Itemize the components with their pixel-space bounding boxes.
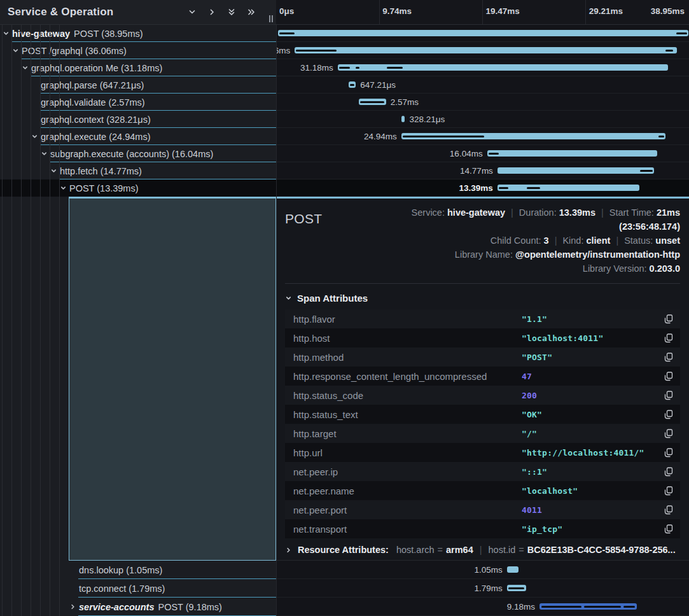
chevron-down-icon[interactable]	[60, 185, 69, 192]
meta-label: Child Count:	[491, 235, 544, 246]
span-row[interactable]: http.fetch (14.77ms)14.77ms	[0, 162, 689, 179]
attribute-value: 4011	[522, 505, 657, 515]
copy-icon[interactable]	[657, 524, 680, 534]
span-row[interactable]: graphql.context (328.21μs)328.21μs	[0, 111, 689, 128]
chevron-down-icon[interactable]	[22, 64, 31, 71]
equals-sign: =	[438, 545, 443, 555]
service-name: hive-gateway	[12, 29, 70, 39]
attribute-key: http.status_code	[285, 390, 522, 401]
timeline-cell: 1.79ms	[276, 579, 689, 598]
meta-separator: |	[555, 235, 557, 246]
double-chevron-down-icon[interactable]	[227, 8, 236, 17]
chevron-right-icon[interactable]	[69, 603, 79, 610]
equals-sign: =	[518, 545, 524, 555]
span-tree-cell: hive-gatewayPOST (38.95ms)	[0, 25, 276, 42]
resource-attributes-toggle[interactable]: Resource Attributes: host.arch=arm64|hos…	[285, 545, 680, 555]
span-meta-line: Library Version: 0.203.0	[361, 262, 680, 276]
service-operation-header: Service & Operation	[0, 0, 276, 25]
attribute-key: http.target	[285, 428, 522, 439]
attribute-row: http.response_content_length_uncompresse…	[285, 367, 680, 386]
bar-tick	[640, 170, 652, 172]
bar-tick	[296, 50, 337, 52]
span-name: dns.lookup (1.05ms)	[79, 565, 162, 575]
copy-icon[interactable]	[657, 372, 680, 381]
span-row[interactable]: subgraph.execute (accounts) (16.04ms)16.…	[0, 145, 689, 162]
bar-tick	[403, 136, 484, 137]
span-row[interactable]: service-accountsPOST (9.18ms)9.18ms	[0, 598, 689, 616]
double-chevron-right-icon[interactable]	[247, 8, 256, 17]
timeline-cell: 9.18ms	[276, 598, 689, 616]
span-bar[interactable]	[498, 185, 639, 191]
span-attributes-section-toggle[interactable]: Span Attributes	[285, 290, 680, 306]
copy-icon[interactable]	[657, 391, 680, 400]
copy-icon[interactable]	[657, 353, 680, 362]
copy-icon[interactable]	[657, 410, 680, 419]
attribute-value: 47	[522, 372, 657, 381]
span-duration-label: 1.79ms	[475, 584, 503, 593]
span-row[interactable]: POST /graphql (36.06ms)36.06ms	[0, 42, 689, 59]
span-bar[interactable]	[498, 167, 654, 174]
span-bar[interactable]	[278, 30, 688, 36]
resource-key: host.arch	[396, 545, 435, 555]
span-tree-cell: subgraph.execute (accounts) (16.04ms)	[0, 145, 276, 162]
span-tree-cell: graphql.context (328.21μs)	[0, 111, 276, 128]
attribute-row: http.target"/"	[285, 424, 680, 443]
chevron-right-icon[interactable]	[207, 8, 216, 17]
span-row[interactable]: graphql.validate (2.57ms)2.57ms	[0, 94, 689, 111]
span-row[interactable]: tcp.connect (1.79ms)1.79ms	[0, 579, 689, 598]
timeline-cell: 328.21μs	[276, 111, 689, 128]
attribute-key: net.peer.ip	[285, 466, 522, 477]
span-row[interactable]: hive-gatewayPOST (38.95ms)38.95ms	[0, 25, 689, 42]
bar-tick	[665, 50, 673, 52]
attribute-key: http.url	[285, 447, 522, 458]
span-bar[interactable]	[507, 566, 518, 573]
span-duration-label: 31.18ms	[300, 63, 333, 73]
span-duration-label: 14.77ms	[460, 166, 493, 176]
span-bar[interactable]	[487, 150, 657, 157]
span-name: hive-gatewayPOST (38.95ms)	[12, 29, 143, 39]
span-row[interactable]: graphql.parse (647.21μs)647.21μs	[0, 76, 689, 94]
copy-icon[interactable]	[657, 314, 680, 324]
attribute-key: http.response_content_length_uncompresse…	[285, 371, 522, 382]
copy-icon[interactable]	[657, 333, 680, 343]
span-row[interactable]: graphql.operation Me (31.18ms)31.18ms	[0, 59, 689, 76]
column-resize-handle[interactable]	[269, 15, 273, 22]
copy-icon[interactable]	[657, 429, 680, 438]
span-bar[interactable]	[401, 116, 405, 122]
panel-divider[interactable]	[276, 0, 277, 616]
chevron-down-icon[interactable]	[50, 167, 60, 174]
timeline-cell: 647.21μs	[276, 76, 689, 94]
copy-icon[interactable]	[657, 448, 680, 458]
ruler-tick: 0μs	[279, 6, 294, 16]
span-duration-label: 36.06ms	[276, 46, 290, 55]
span-name: service-accountsPOST (9.18ms)	[79, 602, 222, 612]
resource-attribute: host.arch=arm64	[396, 545, 473, 555]
span-duration-label: 24.94ms	[364, 132, 397, 141]
copy-icon[interactable]	[657, 486, 680, 496]
timeline-cell: 24.94ms	[276, 128, 689, 145]
attribute-value: "::1"	[522, 467, 657, 477]
bar-tick	[623, 606, 635, 608]
copy-icon[interactable]	[657, 467, 680, 477]
span-row[interactable]: graphql.execute (24.94ms)24.94ms	[0, 128, 689, 145]
chevron-down-icon[interactable]	[31, 133, 41, 140]
resource-value: BC62E13B-C4CC-5854-9788-256...	[527, 545, 676, 555]
bar-tick	[658, 136, 664, 137]
bar-tick	[584, 606, 621, 608]
attribute-row: http.flavor"1.1"	[285, 309, 680, 328]
span-row[interactable]: POST (13.39ms)13.39ms	[0, 179, 689, 197]
copy-icon[interactable]	[657, 505, 680, 515]
divider	[285, 283, 680, 284]
meta-separator: |	[511, 207, 513, 218]
chevron-down-icon[interactable]	[188, 8, 197, 17]
bar-tick	[541, 606, 581, 608]
chevron-down-icon[interactable]	[12, 47, 22, 54]
chevron-down-icon[interactable]	[41, 150, 50, 157]
topbar: Service & Operation 0μs 9.74ms 19.4	[0, 0, 689, 25]
span-bar[interactable]	[295, 47, 676, 53]
chevron-down-icon[interactable]	[3, 30, 12, 37]
span-tree-cell: http.fetch (14.77ms)	[0, 162, 276, 179]
span-row[interactable]: dns.lookup (1.05ms)1.05ms	[0, 561, 689, 579]
timeline-cell: 14.77ms	[276, 162, 689, 179]
span-name: POST /graphql (36.06ms)	[22, 46, 127, 56]
